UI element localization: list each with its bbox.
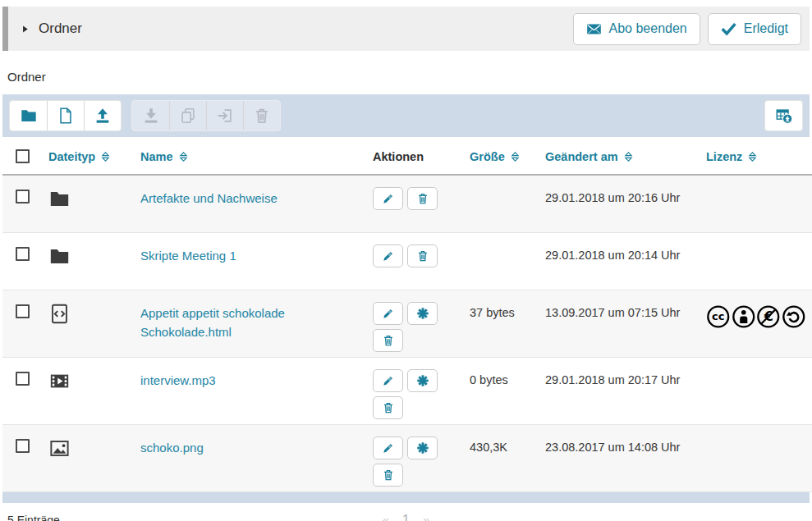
cell-license: cc€ bbox=[700, 290, 812, 357]
toolbar-table-export-button[interactable] bbox=[765, 101, 802, 130]
pencil-icon bbox=[382, 249, 395, 263]
column-header-aktionen: Aktionen bbox=[366, 137, 463, 175]
toolbar-new-file-button[interactable] bbox=[47, 101, 84, 130]
cell-name: Skripte Meeting 1 bbox=[134, 232, 366, 290]
asterisk-action-button[interactable] bbox=[407, 369, 438, 392]
toolbar-copy-button[interactable] bbox=[169, 101, 206, 130]
sort-link-geaendert[interactable]: Geändert am bbox=[545, 150, 633, 163]
actions-wrap bbox=[373, 302, 442, 352]
row-checkbox[interactable] bbox=[16, 439, 30, 453]
sort-icon bbox=[101, 151, 110, 162]
file-name-link[interactable]: interview.mp3 bbox=[140, 369, 216, 390]
cell-name: schoko.png bbox=[134, 424, 366, 491]
column-header-lizenz: Lizenz bbox=[700, 137, 812, 175]
file-name-link[interactable]: Skripte Meeting 1 bbox=[140, 245, 236, 265]
actions-wrap bbox=[373, 245, 442, 267]
edit-action-button[interactable] bbox=[373, 187, 403, 210]
trash-icon bbox=[382, 334, 395, 347]
cell-license bbox=[700, 232, 812, 290]
column-header-geaendert: Geändert am bbox=[539, 137, 700, 175]
sort-link-lizenz[interactable]: Lizenz bbox=[706, 150, 757, 163]
sort-link-name[interactable]: Name bbox=[140, 150, 188, 163]
check-icon bbox=[721, 21, 736, 37]
folder-icon bbox=[48, 188, 71, 210]
entries-count: 5 Einträge bbox=[7, 514, 60, 521]
cell-actions bbox=[366, 232, 463, 290]
delete-action-button[interactable] bbox=[407, 245, 438, 267]
sort-link-dateityp[interactable]: Dateityp bbox=[48, 150, 110, 163]
file-table: DateitypNameAktionenGrößeGeändert amLize… bbox=[2, 137, 812, 492]
cell-filetype bbox=[42, 290, 134, 357]
asterisk-icon bbox=[416, 307, 429, 320]
pagination-prev[interactable]: « bbox=[382, 513, 388, 521]
toolbar-move-button[interactable] bbox=[206, 101, 243, 130]
toolbar-new-folder-button[interactable] bbox=[10, 101, 47, 130]
cell-modified: 29.01.2018 um 20:14 Uhr bbox=[539, 232, 700, 290]
file-name-link[interactable]: Appetit appetit schokolade Schokolade.ht… bbox=[140, 302, 360, 342]
cell-license bbox=[700, 424, 812, 491]
sort-link-groesse[interactable]: Größe bbox=[470, 150, 520, 163]
column-label-aktionen: Aktionen bbox=[373, 150, 424, 163]
asterisk-action-button[interactable] bbox=[407, 436, 438, 459]
cell-size bbox=[463, 175, 539, 232]
edit-action-button[interactable] bbox=[373, 302, 403, 325]
table-body: Artefakte und Nachweise29.01.2018 um 20:… bbox=[2, 175, 812, 491]
trash-icon bbox=[382, 401, 395, 414]
pencil-icon bbox=[382, 441, 395, 455]
media-file-icon bbox=[48, 370, 71, 392]
panel-header: Ordner Abo beendenErledigt bbox=[2, 7, 810, 51]
toolbar-delete-button[interactable] bbox=[243, 101, 280, 130]
copy-icon bbox=[179, 107, 197, 125]
actions-wrap bbox=[373, 187, 442, 210]
sort-icon bbox=[179, 151, 188, 162]
column-label-geaendert: Geändert am bbox=[545, 150, 618, 163]
file-name-link[interactable]: Artefakte und Nachweise bbox=[140, 187, 278, 208]
column-label-name: Name bbox=[140, 150, 173, 163]
license-wrap bbox=[706, 369, 805, 372]
delete-action-button[interactable] bbox=[373, 464, 403, 487]
delete-action-button[interactable] bbox=[407, 187, 438, 210]
asterisk-icon bbox=[416, 441, 429, 455]
pagination-next[interactable]: » bbox=[423, 513, 429, 521]
cc-icon: cc bbox=[706, 304, 731, 329]
table-header: DateitypNameAktionenGrößeGeändert amLize… bbox=[2, 137, 812, 175]
asterisk-action-button[interactable] bbox=[407, 302, 438, 325]
pagination-current-page[interactable]: 1 bbox=[402, 512, 410, 521]
cell-filetype bbox=[42, 424, 134, 491]
cell-size bbox=[463, 232, 539, 290]
column-label-groesse: Größe bbox=[470, 150, 505, 163]
row-checkbox[interactable] bbox=[16, 304, 30, 318]
select-all-checkbox[interactable] bbox=[16, 149, 30, 163]
edit-action-button[interactable] bbox=[373, 369, 403, 392]
trash-icon bbox=[253, 107, 271, 125]
toolbar-group-export bbox=[764, 100, 803, 131]
row-checkbox[interactable] bbox=[16, 247, 30, 261]
delete-action-button[interactable] bbox=[373, 396, 403, 419]
unsubscribe-button[interactable]: Abo beenden bbox=[573, 13, 700, 45]
row-checkbox[interactable] bbox=[16, 190, 30, 203]
cell-select bbox=[2, 357, 42, 424]
done-button[interactable]: Erledigt bbox=[708, 13, 801, 45]
unsubscribe-button-label: Abo beenden bbox=[609, 21, 687, 36]
license-wrap bbox=[706, 436, 805, 439]
file-name-link[interactable]: schoko.png bbox=[140, 436, 204, 457]
toolbar-upload-button[interactable] bbox=[84, 101, 121, 130]
toolbar-download-button[interactable] bbox=[132, 101, 169, 130]
cell-name: interview.mp3 bbox=[134, 357, 366, 424]
cell-filetype bbox=[42, 357, 134, 424]
cell-size: 0 bytes bbox=[463, 357, 539, 424]
section-title: Ordner bbox=[7, 70, 810, 84]
list-footer: 5 Einträge « 1 » bbox=[2, 503, 810, 521]
actions-wrap bbox=[373, 436, 442, 487]
edit-action-button[interactable] bbox=[373, 245, 403, 267]
folder-page: Ordner Abo beendenErledigt Ordner Dateit… bbox=[0, 0, 812, 521]
caret-right-icon[interactable] bbox=[20, 24, 30, 34]
cell-filetype bbox=[42, 232, 134, 290]
cell-actions bbox=[366, 175, 463, 232]
row-checkbox[interactable] bbox=[16, 372, 30, 386]
html-file-icon bbox=[48, 303, 71, 325]
edit-action-button[interactable] bbox=[373, 436, 403, 459]
delete-action-button[interactable] bbox=[373, 329, 403, 352]
envelope-icon bbox=[586, 21, 602, 37]
done-button-label: Erledigt bbox=[744, 21, 788, 36]
